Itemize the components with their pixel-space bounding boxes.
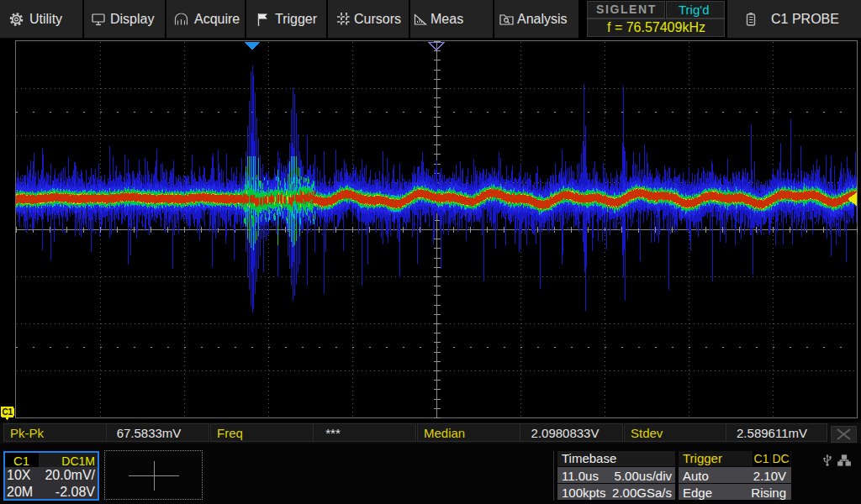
svg-text:C1: C1: [2, 407, 13, 417]
